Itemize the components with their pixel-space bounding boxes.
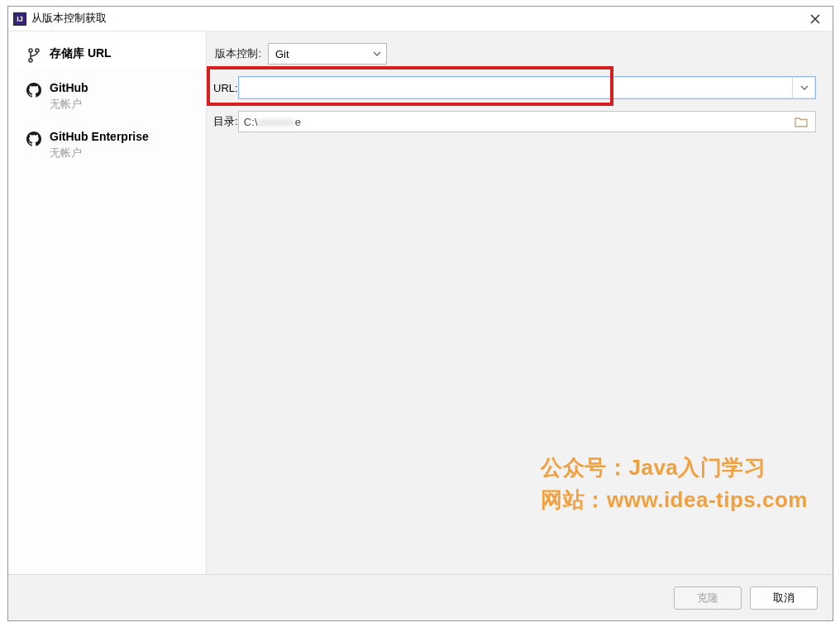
branch-icon [26,48,41,63]
browse-folder-button[interactable] [792,114,810,129]
sidebar-item-repo-url[interactable]: 存储库 URL [8,40,206,69]
main-panel: 版本控制: Git URL: [207,31,833,574]
version-control-value: Git [275,48,289,60]
watermark-line1-label: 公众号： [541,455,628,480]
get-from-vcs-dialog: IJ 从版本控制获取 存储库 URL [7,6,833,621]
directory-row: 目录: C:\xxxxxxe [213,111,816,132]
watermark-line1-value: Java入门学习 [628,455,766,480]
github-icon [26,132,41,146]
svg-point-1 [36,49,39,52]
url-combobox [238,76,816,99]
titlebar: IJ 从版本控制获取 [8,7,833,31]
watermark-line2-value: www.idea-tips.com [607,487,808,512]
sidebar-item-label: 存储库 URL [50,46,112,61]
watermark: 公众号：Java入门学习 网站：www.idea-tips.com [541,452,808,516]
sidebar: 存储库 URL GitHub 无帐户 [8,31,207,574]
version-control-select[interactable]: Git [268,43,387,65]
clone-button[interactable]: 克隆 [674,586,742,610]
svg-point-0 [29,49,32,52]
url-input[interactable] [239,77,792,98]
sidebar-item-sublabel: 无帐户 [50,98,88,112]
sidebar-item-label: GitHub [50,81,88,94]
app-icon: IJ [13,12,26,26]
close-button[interactable] [804,8,826,30]
github-icon [26,83,41,98]
chevron-down-icon [800,85,809,90]
chevron-down-icon [373,51,381,56]
watermark-line2-label: 网站： [541,487,607,512]
sidebar-item-label: GitHub Enterprise [50,130,149,143]
close-icon [810,14,820,24]
folder-icon [795,117,808,127]
directory-input[interactable]: C:\xxxxxxe [238,111,816,132]
dialog-title: 从版本控制获取 [31,12,804,26]
url-dropdown-button[interactable] [792,77,815,98]
sidebar-item-sublabel: 无帐户 [50,146,149,160]
cancel-button[interactable]: 取消 [750,586,818,610]
version-control-row: 版本控制: Git [213,43,816,65]
url-row: URL: [213,76,816,99]
directory-value: C:\xxxxxxe [244,116,789,128]
sidebar-item-github[interactable]: GitHub 无帐户 [8,74,206,118]
dialog-footer: 克隆 取消 [8,574,833,620]
version-control-label: 版本控制: [213,46,268,61]
dialog-body: 存储库 URL GitHub 无帐户 [8,31,833,574]
directory-label: 目录: [213,114,238,129]
url-label: URL: [213,82,238,94]
sidebar-item-github-enterprise[interactable]: GitHub Enterprise 无帐户 [8,123,206,167]
svg-point-2 [29,59,32,62]
